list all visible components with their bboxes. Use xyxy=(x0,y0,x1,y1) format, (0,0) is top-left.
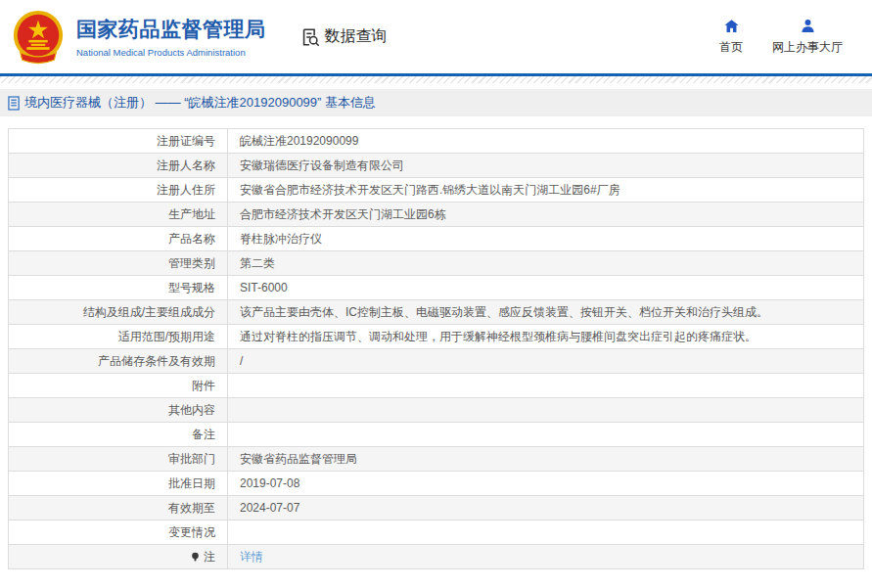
note-icon xyxy=(190,552,201,565)
nav-home[interactable]: 首页 xyxy=(719,18,743,56)
table-row: 其他内容 xyxy=(9,398,864,423)
row-value: 第二类 xyxy=(228,251,864,276)
nav-service-hall[interactable]: 网上办事大厅 xyxy=(772,18,843,56)
person-icon xyxy=(800,18,816,34)
agency-title: 国家药品监督管理局 xyxy=(76,16,266,43)
table-row: 注册证编号皖械注准20192090099 xyxy=(9,129,864,154)
row-value: 安徽省药品监督管理局 xyxy=(228,447,864,472)
row-value: 安徽瑞德医疗设备制造有限公司 xyxy=(228,154,864,178)
detail-link[interactable]: 详情 xyxy=(240,550,263,564)
row-label: 注 xyxy=(9,545,228,569)
row-value: 安徽省合肥市经济技术开发区天门路西.锦绣大道以南天门湖工业园6#厂房 xyxy=(228,178,864,203)
table-row: 产品名称脊柱脉冲治疗仪 xyxy=(9,227,864,251)
nav-home-label: 首页 xyxy=(719,39,743,56)
row-label-text: 注 xyxy=(204,550,215,564)
row-label: 备注 xyxy=(9,423,228,447)
row-label: 型号规格 xyxy=(9,276,228,300)
header-stripe-pattern xyxy=(0,76,872,83)
table-row: 适用范围/预期用途通过对脊柱的指压调节、调动和处理，用于缓解神经根型颈椎病与腰椎… xyxy=(9,325,864,349)
row-label: 其他内容 xyxy=(9,398,228,423)
table-row: 管理类别第二类 xyxy=(9,251,864,276)
row-value xyxy=(228,374,864,398)
row-label: 有效期至 xyxy=(9,496,228,520)
row-label: 审批部门 xyxy=(9,447,228,472)
table-row: 审批部门安徽省药品监督管理局 xyxy=(9,447,864,472)
row-label: 产品储存条件及有效期 xyxy=(9,349,228,374)
nav-service-hall-label: 网上办事大厅 xyxy=(772,39,843,56)
row-value: SIT-6000 xyxy=(228,276,864,300)
table-row: 生产地址合肥市经济技术开发区天门湖工业园6栋 xyxy=(9,203,864,227)
table-row: 注详情 xyxy=(9,545,864,569)
data-query-label: 数据查询 xyxy=(325,26,388,47)
table-row: 批准日期2019-07-08 xyxy=(9,472,864,496)
table-row: 变更情况 xyxy=(9,520,864,545)
row-value: 该产品主要由壳体、IC控制主板、电磁驱动装置、感应反馈装置、按钮开关、档位开关和… xyxy=(228,300,864,325)
row-value: 详情 xyxy=(228,545,864,569)
table-row: 附件 xyxy=(9,374,864,398)
row-label: 注册证编号 xyxy=(9,129,228,154)
row-label: 附件 xyxy=(9,374,228,398)
row-label: 管理类别 xyxy=(9,251,228,276)
row-value xyxy=(228,423,864,447)
breadcrumb: 境内医疗器械（注册） —— “皖械注准20192090099” 基本信息 xyxy=(0,89,872,116)
table-row: 注册人住所安徽省合肥市经济技术开发区天门路西.锦绣大道以南天门湖工业园6#厂房 xyxy=(9,178,864,203)
row-label: 适用范围/预期用途 xyxy=(9,325,228,349)
agency-title-block: 国家药品监督管理局 National Medical Products Admi… xyxy=(76,16,266,58)
top-nav: 首页 网上办事大厅 xyxy=(719,18,843,56)
agency-subtitle: National Medical Products Administration xyxy=(76,47,266,58)
table-row: 结构及组成/主要组成成分该产品主要由壳体、IC控制主板、电磁驱动装置、感应反馈装… xyxy=(9,300,864,325)
file-icon xyxy=(8,96,21,111)
registration-info-table: 注册证编号皖械注准20192090099注册人名称安徽瑞德医疗设备制造有限公司注… xyxy=(8,128,864,569)
row-value: 2024-07-07 xyxy=(228,496,864,520)
breadcrumb-text: 境内医疗器械（注册） —— “皖械注准20192090099” 基本信息 xyxy=(24,94,376,112)
row-value xyxy=(228,520,864,545)
table-row: 产品储存条件及有效期/ xyxy=(9,349,864,374)
row-value: 通过对脊柱的指压调节、调动和处理，用于缓解神经根型颈椎病与腰椎间盘突出症引起的疼… xyxy=(228,325,864,349)
info-table-body: 注册证编号皖械注准20192090099注册人名称安徽瑞德医疗设备制造有限公司注… xyxy=(9,129,864,569)
row-value xyxy=(228,398,864,423)
row-value: 合肥市经济技术开发区天门湖工业园6栋 xyxy=(228,203,864,227)
row-label: 产品名称 xyxy=(9,227,228,251)
row-value: 2019-07-08 xyxy=(228,472,864,496)
home-icon xyxy=(723,18,740,34)
row-label: 注册人住所 xyxy=(9,178,228,203)
document-search-icon xyxy=(299,26,321,48)
row-value: 脊柱脉冲治疗仪 xyxy=(228,227,864,251)
row-label: 结构及组成/主要组成成分 xyxy=(9,300,228,325)
row-value: 皖械注准20192090099 xyxy=(228,129,864,154)
row-label: 生产地址 xyxy=(9,203,228,227)
national-emblem-logo xyxy=(10,9,67,66)
table-row: 备注 xyxy=(9,423,864,447)
table-row: 注册人名称安徽瑞德医疗设备制造有限公司 xyxy=(9,154,864,178)
row-value: / xyxy=(228,349,864,374)
table-row: 型号规格SIT-6000 xyxy=(9,276,864,300)
row-label: 变更情况 xyxy=(9,520,228,545)
header: 国家药品监督管理局 National Medical Products Admi… xyxy=(0,0,872,73)
table-row: 有效期至2024-07-07 xyxy=(9,496,864,520)
data-query-section[interactable]: 数据查询 xyxy=(299,26,388,48)
row-label: 注册人名称 xyxy=(9,154,228,178)
row-label: 批准日期 xyxy=(9,472,228,496)
